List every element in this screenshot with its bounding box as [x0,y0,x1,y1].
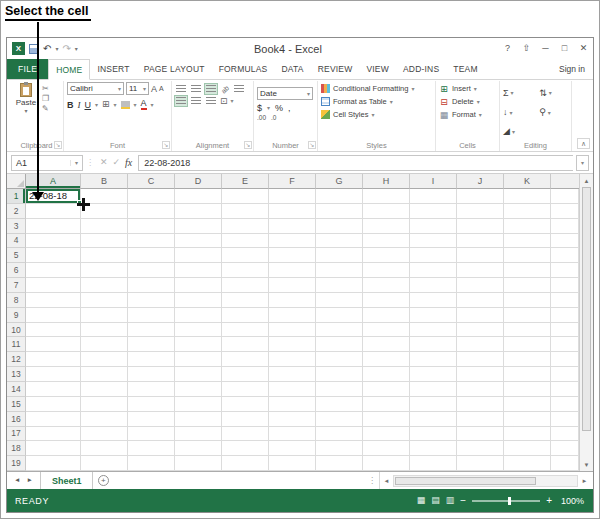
cell-E2[interactable] [222,204,269,219]
row-header-18[interactable]: 18 [7,441,26,456]
help-icon[interactable] [498,42,517,55]
cell-B14[interactable] [81,382,128,397]
cell-A5[interactable] [26,248,81,263]
font-color-icon[interactable]: A [141,99,147,110]
cell-E6[interactable] [222,263,269,278]
cell-I7[interactable] [410,278,457,293]
row-header-7[interactable]: 7 [7,278,26,293]
conditional-formatting-button[interactable]: Conditional Formatting [321,82,432,95]
cell-J10[interactable] [457,323,504,338]
cell-B17[interactable] [81,427,128,442]
column-header-I[interactable]: I [410,174,457,189]
column-header-C[interactable]: C [128,174,175,189]
increase-decimal-icon[interactable] [257,115,266,122]
cell-I8[interactable] [410,293,457,308]
row-header-12[interactable]: 12 [7,352,26,367]
cell-I10[interactable] [410,323,457,338]
scroll-left-icon[interactable] [380,478,393,484]
cell-I16[interactable] [410,412,457,427]
cell-D9[interactable] [175,308,222,323]
cell-H4[interactable] [363,234,410,249]
alignment-dialog-launcher-icon[interactable] [244,141,252,149]
cell-A6[interactable] [26,263,81,278]
cell-H19[interactable] [363,456,410,471]
name-box[interactable]: A1 [11,155,83,171]
cell-D6[interactable] [175,263,222,278]
cell-I18[interactable] [410,441,457,456]
maximize-icon[interactable] [555,42,574,55]
cell-B12[interactable] [81,352,128,367]
new-sheet-button[interactable] [93,472,113,489]
cell-E18[interactable] [222,441,269,456]
column-header-F[interactable]: F [269,174,316,189]
cell-I11[interactable] [410,337,457,352]
cell-E8[interactable] [222,293,269,308]
zoom-out-button[interactable]: − [460,495,466,506]
cell-J12[interactable] [457,352,504,367]
fill-color-dropdown-icon[interactable] [134,102,137,108]
cell-F7[interactable] [269,278,316,293]
merge-dropdown-icon[interactable] [231,98,234,104]
cell-J1[interactable] [457,189,504,204]
cell-I15[interactable] [410,397,457,412]
horizontal-scroll-thumb[interactable] [395,477,536,485]
cell-F5[interactable] [269,248,316,263]
cell-C6[interactable] [128,263,175,278]
tab-page-layout[interactable]: PAGE LAYOUT [137,59,212,79]
column-header-D[interactable]: D [175,174,222,189]
cell-H15[interactable] [363,397,410,412]
cell-K1[interactable] [504,189,551,204]
cell-G19[interactable] [316,456,363,471]
cell-H1[interactable] [363,189,410,204]
cell-H10[interactable] [363,323,410,338]
align-top-icon[interactable] [175,84,187,94]
row-header-6[interactable]: 6 [7,263,26,278]
cell-A9[interactable] [26,308,81,323]
zoom-level[interactable]: 100% [558,496,584,506]
tab-home[interactable]: HOME [48,59,90,80]
cell-A8[interactable] [26,293,81,308]
cell-K12[interactable] [504,352,551,367]
clear-button[interactable] [503,123,531,140]
cell-D15[interactable] [175,397,222,412]
row-header-4[interactable]: 4 [7,234,26,249]
decrease-decimal-icon[interactable] [271,115,276,122]
cell-D1[interactable] [175,189,222,204]
cell-J19[interactable] [457,456,504,471]
cell-J13[interactable] [457,367,504,382]
cell-B13[interactable] [81,367,128,382]
row-header-8[interactable]: 8 [7,293,26,308]
cell-A16[interactable] [26,412,81,427]
close-icon[interactable] [574,42,593,55]
cell-E3[interactable] [222,219,269,234]
cell-I6[interactable] [410,263,457,278]
cell-F13[interactable] [269,367,316,382]
cell-K19[interactable] [504,456,551,471]
cell-C12[interactable] [128,352,175,367]
comma-button[interactable]: , [288,103,291,113]
cell-E5[interactable] [222,248,269,263]
cell-I2[interactable] [410,204,457,219]
page-break-view-icon[interactable] [446,496,455,505]
cell-E17[interactable] [222,427,269,442]
cell-H6[interactable] [363,263,410,278]
font-dialog-launcher-icon[interactable] [162,141,170,149]
select-all-corner[interactable] [7,174,26,189]
cell-D18[interactable] [175,441,222,456]
cell-G5[interactable] [316,248,363,263]
number-format-select[interactable]: Date [257,87,313,100]
cell-J15[interactable] [457,397,504,412]
cell-H12[interactable] [363,352,410,367]
cell-C17[interactable] [128,427,175,442]
cell-B8[interactable] [81,293,128,308]
cell-K2[interactable] [504,204,551,219]
cell-A11[interactable] [26,337,81,352]
cell-C10[interactable] [128,323,175,338]
zoom-slider-thumb[interactable] [508,497,511,505]
minimize-icon[interactable] [536,42,555,55]
cell-C18[interactable] [128,441,175,456]
row-header-19[interactable]: 19 [7,456,26,471]
collapse-ribbon-icon[interactable] [577,138,590,149]
cell-E19[interactable] [222,456,269,471]
cell-G11[interactable] [316,337,363,352]
